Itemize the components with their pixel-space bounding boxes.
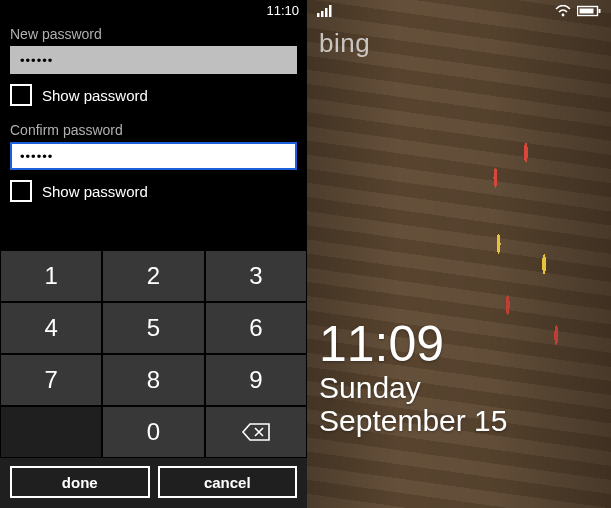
show-password-row-2[interactable]: Show password: [10, 180, 297, 202]
confirm-password-input[interactable]: [10, 142, 297, 170]
status-bar-left: 11:10: [0, 0, 307, 20]
svg-rect-6: [599, 9, 601, 13]
confirm-password-label: Confirm password: [10, 122, 297, 138]
svg-rect-2: [325, 8, 328, 17]
lock-screen[interactable]: bing 11:09 Sunday September 15: [307, 0, 611, 508]
svg-rect-3: [329, 5, 332, 17]
done-button[interactable]: done: [10, 466, 150, 498]
battery-icon: [577, 5, 601, 17]
key-3[interactable]: 3: [205, 250, 307, 302]
svg-rect-0: [317, 13, 320, 17]
key-0[interactable]: 0: [102, 406, 204, 458]
show-password-label-1: Show password: [42, 87, 148, 104]
backspace-icon: [241, 422, 271, 442]
key-2[interactable]: 2: [102, 250, 204, 302]
status-bar-right: [307, 0, 611, 22]
lock-time: 11:09: [319, 319, 507, 369]
svg-rect-7: [580, 9, 594, 14]
show-password-row-1[interactable]: Show password: [10, 84, 297, 106]
key-6[interactable]: 6: [205, 302, 307, 354]
show-password-checkbox-2[interactable]: [10, 180, 32, 202]
lock-date: September 15: [319, 404, 507, 438]
key-8[interactable]: 8: [102, 354, 204, 406]
key-4[interactable]: 4: [0, 302, 102, 354]
svg-rect-1: [321, 11, 324, 17]
new-password-label: New password: [10, 26, 297, 42]
lock-day: Sunday: [319, 371, 507, 405]
form-spacer: [0, 218, 307, 250]
key-1[interactable]: 1: [0, 250, 102, 302]
show-password-label-2: Show password: [42, 183, 148, 200]
bing-logo: bing: [319, 28, 370, 59]
wifi-icon: [555, 5, 571, 17]
show-password-checkbox-1[interactable]: [10, 84, 32, 106]
lock-screen-text: 11:09 Sunday September 15: [319, 319, 507, 438]
key-5[interactable]: 5: [102, 302, 204, 354]
password-setup-screen: 11:10 New password Show password Confirm…: [0, 0, 307, 508]
svg-point-4: [562, 14, 565, 17]
password-form: New password Show password Confirm passw…: [0, 20, 307, 218]
cancel-button[interactable]: cancel: [158, 466, 298, 498]
key-7[interactable]: 7: [0, 354, 102, 406]
status-time: 11:10: [266, 3, 299, 18]
signal-icon: [317, 5, 333, 17]
key-9[interactable]: 9: [205, 354, 307, 406]
numeric-keypad: 1 2 3 4 5 6 7 8 9 0 done cancel: [0, 250, 307, 508]
new-password-input[interactable]: [10, 46, 297, 74]
key-backspace[interactable]: [205, 406, 307, 458]
key-blank: [0, 406, 102, 458]
